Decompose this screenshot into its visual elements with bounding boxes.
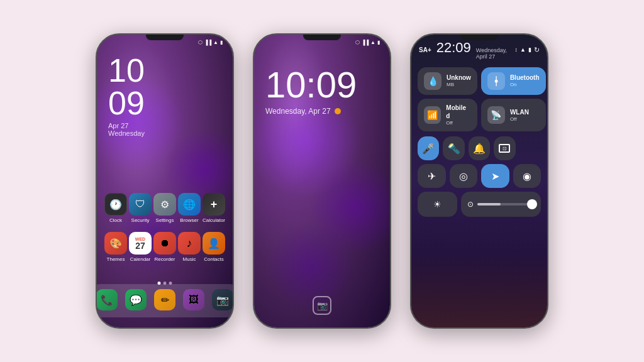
security-icon: 🛡 xyxy=(129,193,152,216)
clock-label: Clock xyxy=(109,217,122,223)
music-icon: ♪ xyxy=(178,232,201,255)
contacts-label: Contacts xyxy=(204,256,224,262)
cc-wifi-icon: ▲ xyxy=(520,47,526,53)
data-icon: 💧 xyxy=(424,72,441,90)
app-calculator[interactable]: + Calculator xyxy=(203,193,225,223)
bell-icon: 🔔 xyxy=(473,143,486,155)
dnd-icon: ◎ xyxy=(459,170,468,182)
cc-signal-icon: ↕ xyxy=(515,47,518,53)
app-contacts[interactable]: 👤 Contacts xyxy=(203,232,225,262)
wlan-icon: 📡 xyxy=(487,106,505,124)
cc-volume-slider[interactable]: ⊙ xyxy=(461,192,541,217)
camera-icon-symbol: 📷 xyxy=(317,300,328,310)
battery-icon: ▮ xyxy=(220,40,223,45)
mobile-data-icon: 📶 xyxy=(424,106,441,124)
settings-icon: ⚙ xyxy=(153,193,176,216)
carrier-label: SA+ xyxy=(419,47,431,53)
cc-status-icons: ↕ ▲ ▮ ↻ xyxy=(515,46,540,54)
cc-airplane-btn[interactable]: ✈ xyxy=(418,164,446,188)
bluetooth-icon: ⬡ xyxy=(198,40,203,45)
status-bar: ⬡ ▐▐ ▲ ▮ xyxy=(97,35,233,48)
app-recorder[interactable]: ⏺ Recorder xyxy=(153,232,176,262)
bottom-gradient xyxy=(411,252,547,327)
clock-widget: 10 09 Apr 27 Wednesday xyxy=(97,48,233,143)
cc-bottom-controls: ☀ ⊙ xyxy=(411,188,547,217)
cc-date: Wednesday, April 27 xyxy=(476,47,515,60)
home-screen: ⬡ ▐▐ ▲ ▮ 10 09 Apr 27 Wednesday xyxy=(97,35,233,327)
bluetooth-text: Bluetooth On xyxy=(510,74,540,88)
cc-title-group: SA+ 22:09 Wednesday, April 27 xyxy=(419,40,515,60)
data-text: Unknow MB xyxy=(447,74,471,88)
brightness-icon: ☀ xyxy=(433,199,441,209)
cc-tile-wlan[interactable]: 📡 WLAN Off xyxy=(481,99,546,131)
cc-dnd-btn[interactable]: ◎ xyxy=(450,164,478,188)
wifi-icon-2: ▲ xyxy=(370,40,375,45)
mic-icon: 🎤 xyxy=(422,143,435,155)
clock-icon: 🕐 xyxy=(104,193,127,216)
clock-minute: 09 xyxy=(108,87,221,119)
status-icons: ⬡ ▐▐ ▲ ▮ xyxy=(198,40,223,45)
cc-mic-btn[interactable]: 🎤 xyxy=(418,136,439,160)
cc-eye-btn[interactable]: ◉ xyxy=(513,164,541,188)
screen-icon: ⊡ xyxy=(499,144,510,153)
location-icon: ➤ xyxy=(491,170,499,182)
calculator-icon: + xyxy=(203,193,225,216)
calculator-label: Calculator xyxy=(203,217,225,223)
lock-screen[interactable]: ⬡ ▐▐ ▲ ▮ 10:09 Wednesday, Apr 27 📷 xyxy=(254,35,390,327)
security-label: Security xyxy=(131,217,150,223)
status-icons-2: ⬡ ▐▐ ▲ ▮ xyxy=(355,40,380,45)
mobile-text: Mobile d Off xyxy=(446,104,471,126)
app-settings[interactable]: ⚙ Settings xyxy=(153,193,176,223)
clock-display: 10 09 xyxy=(108,54,221,119)
cc-bell-btn[interactable]: 🔔 xyxy=(469,136,490,160)
app-browser[interactable]: 🌐 Browser xyxy=(178,193,201,223)
browser-icon: 🌐 xyxy=(178,193,201,216)
cc-refresh-icon: ↻ xyxy=(534,46,540,54)
dock-notes-icon[interactable]: ✏ xyxy=(154,289,175,310)
cc-second-buttons: ✈ ◎ ➤ ◉ xyxy=(411,160,547,188)
phone-home: ⬡ ▐▐ ▲ ▮ 10 09 Apr 27 Wednesday xyxy=(96,33,234,329)
calendar-icon: WED 27 xyxy=(129,232,152,255)
dock-gallery-icon[interactable]: 🖼 xyxy=(183,289,204,310)
lock-date: Wednesday, Apr 27 xyxy=(265,107,379,116)
cc-tile-mobile[interactable]: 📶 Mobile d Off xyxy=(418,99,477,131)
calendar-label: Calendar xyxy=(130,256,150,262)
clock-date: Apr 27 Wednesday xyxy=(108,122,221,137)
wifi-icon: ▲ xyxy=(213,40,218,45)
cc-time: 22:09 xyxy=(436,40,471,56)
cc-torch-btn[interactable]: 🔦 xyxy=(443,136,464,160)
settings-label: Settings xyxy=(156,217,174,223)
slider-thumb[interactable] xyxy=(527,199,537,209)
app-themes[interactable]: 🎨 Themes xyxy=(104,232,127,262)
phone-control-center: SA+ 22:09 Wednesday, April 27 ↕ ▲ ▮ ↻ 💧 … xyxy=(410,33,548,329)
cc-tile-data[interactable]: 💧 Unknow MB xyxy=(418,67,477,95)
themes-label: Themes xyxy=(107,256,125,262)
eye-icon: ◉ xyxy=(523,170,531,182)
cc-brightness-btn[interactable]: ☀ xyxy=(418,192,457,217)
cc-screen-btn[interactable]: ⊡ xyxy=(494,136,515,160)
cc-location-btn[interactable]: ➤ xyxy=(481,164,509,188)
lock-time: 10:09 xyxy=(265,67,379,103)
battery-icon-2: ▮ xyxy=(377,40,380,45)
dock-phone-icon[interactable]: 📞 xyxy=(97,289,118,310)
cc-header: SA+ 22:09 Wednesday, April 27 ↕ ▲ ▮ ↻ xyxy=(411,35,547,63)
dock-camera-icon[interactable]: 📷 xyxy=(212,289,233,310)
clock-hour: 10 xyxy=(108,54,221,87)
app-grid: 🕐 Clock 🛡 Security ⚙ Settings 🌐 Browser xyxy=(97,193,233,271)
cc-quick-tiles: 💧 Unknow MB ⍿ Bluetooth On 📶 xyxy=(411,63,547,135)
bluetooth-tile-icon: ⍿ xyxy=(487,72,505,90)
app-music[interactable]: ♪ Music xyxy=(178,232,201,262)
music-label: Music xyxy=(183,256,196,262)
camera-shortcut[interactable]: 📷 xyxy=(313,296,331,315)
signal-icon: ▐▐ xyxy=(204,40,211,45)
app-calendar[interactable]: WED 27 Calendar xyxy=(129,232,152,262)
dock: 📞 💬 ✏ 🖼 📷 xyxy=(97,284,233,317)
cc-tile-bluetooth[interactable]: ⍿ Bluetooth On xyxy=(481,67,546,95)
dock-messages-icon[interactable]: 💬 xyxy=(125,289,147,310)
slider-fill xyxy=(477,203,500,206)
app-row-2: 🎨 Themes WED 27 Calendar ⏺ Recorder xyxy=(104,232,225,262)
app-clock[interactable]: 🕐 Clock xyxy=(104,193,127,223)
recorder-icon: ⏺ xyxy=(153,232,176,255)
signal-icon-2: ▐▐ xyxy=(362,40,369,45)
app-security[interactable]: 🛡 Security xyxy=(129,193,152,223)
